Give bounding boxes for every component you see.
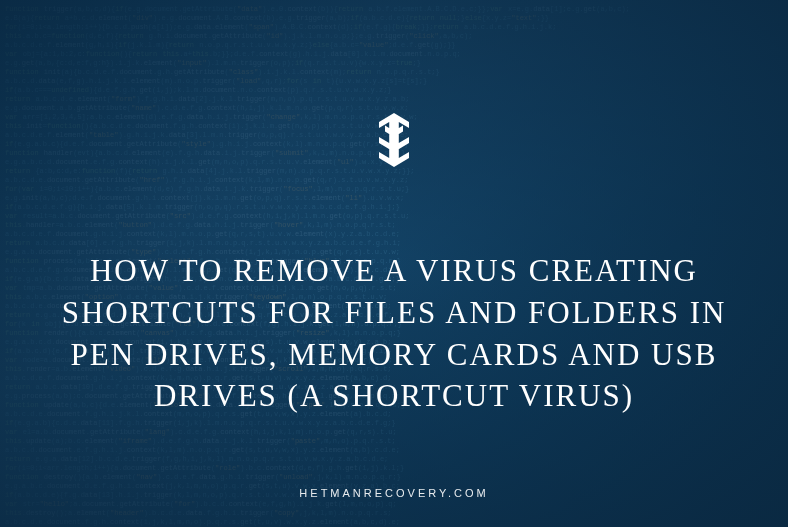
- hero-banner: function trigger(a,b,c,d){if(e.g.documen…: [0, 0, 788, 527]
- hero-content: HOW TO REMOVE A VIRUS CREATING SHORTCUTS…: [0, 110, 788, 417]
- hetman-logo-icon: [364, 110, 424, 170]
- site-attribution: HETMANRECOVERY.COM: [299, 487, 488, 499]
- article-title: HOW TO REMOVE A VIRUS CREATING SHORTCUTS…: [60, 250, 728, 417]
